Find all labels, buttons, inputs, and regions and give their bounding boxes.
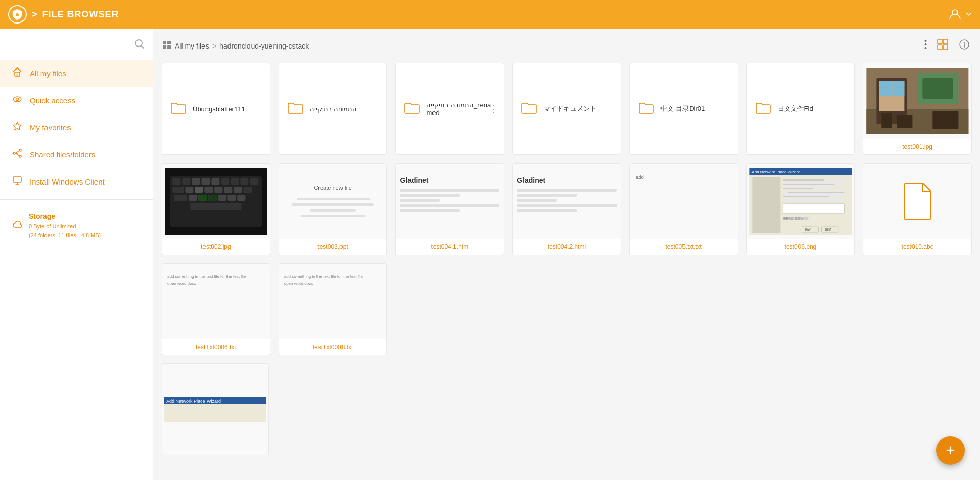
more-options-button[interactable] [922,37,929,54]
breadcrumb-root[interactable]: All my files [175,42,209,50]
svg-text:取消: 取消 [825,228,831,231]
svg-rect-47 [195,187,203,193]
svg-rect-49 [214,187,222,193]
svg-rect-86 [164,404,266,422]
grid-view-button[interactable] [935,37,950,55]
folder-name: התמונה בתיקייה_renamed [426,101,495,117]
svg-rect-61 [198,195,207,201]
toolbar-actions [922,37,972,55]
file-thumbnail [863,63,971,139]
svg-rect-39 [201,178,210,185]
file-thumbnail: Add Network Place Wizard [747,164,855,239]
sidebar-item-install-client[interactable]: Install Windows Client [0,168,153,195]
svg-point-7 [19,149,21,151]
storage-detail: 0 Byte of Unlimited(24 folders, 11 files… [29,222,101,239]
svg-rect-18 [938,39,942,44]
svg-rect-43 [240,178,248,185]
folder-icon [404,100,420,118]
folder-card-mydoc[interactable]: マイドキュメント [512,63,621,155]
breadcrumb-current: hadroncloud-yuening-cstack [219,42,309,50]
file-thumbnail: add something in the text file for the t… [279,264,387,339]
sidebar-item-all-my-files[interactable]: All my files [0,60,153,87]
svg-point-8 [19,155,21,157]
folder-icon [170,100,187,118]
sidebar-item-my-favorites[interactable]: My favorites [0,114,153,141]
folder-card-chinese-dir[interactable]: 中文-目录Dir01 [629,63,738,155]
file-card-test010[interactable]: test010.abc [863,163,972,255]
svg-point-0 [16,13,19,16]
svg-rect-50 [224,187,232,193]
search-icon[interactable] [134,39,145,52]
sidebar-item-shared-files[interactable]: Shared files/folders [0,141,153,168]
header-user-menu[interactable] [948,8,972,21]
folder-icon [755,100,771,118]
file-name: test003.ppt [279,239,387,255]
breadcrumb-separator: > [212,42,216,50]
file-card-test001[interactable]: test001.jpg [863,63,972,155]
folder-card-hatmuna-renamed[interactable]: התמונה בתיקייה_renamed ⋮ [395,63,504,155]
svg-rect-81 [783,196,829,197]
file-card-test004-2[interactable]: Gladinet test004.2.html [512,163,621,255]
folder-name: マイドキュメント [543,104,597,113]
sidebar: All my files Quick access My favorites [0,29,153,480]
add-fab-button[interactable]: + [936,436,965,465]
svg-rect-33 [933,111,959,129]
app-logo [8,5,27,24]
file-card-test004-1[interactable]: Gladinet test004.1.htm [395,163,504,255]
toolbar: All my files > hadroncloud-yuening-cstac… [162,37,972,55]
folder-card-hatmuna1[interactable]: התמונה בתיקייה [279,63,388,155]
file-card-testtxt0006[interactable]: add something in the text file for the t… [162,263,270,355]
folder-name: 日文文件Fld [778,104,813,113]
svg-rect-54 [189,195,197,201]
sidebar-storage: Storage 0 Byte of Unlimited(24 folders, … [0,204,153,247]
file-name: test004.2.html [513,239,621,255]
svg-point-17 [925,47,927,49]
svg-text:Add Network Place Wizard: Add Network Place Wizard [751,170,800,174]
file-thumbnail [863,164,971,239]
svg-rect-28 [893,81,905,96]
sidebar-item-label: Shared files/folders [30,150,95,159]
svg-rect-40 [211,178,219,185]
file-name: test002.jpg [162,239,270,255]
sidebar-item-label: Install Windows Client [30,177,105,186]
sidebar-item-quick-access[interactable]: Quick access [0,87,153,114]
folder-icon [287,100,304,118]
file-card-test003[interactable]: Create new file test003.ppt [279,163,388,255]
file-card-partial-bottom[interactable]: Add Network Place Wizard [162,363,269,455]
svg-text:服务状态: 已启动: 服务状态: 已启动 [783,217,803,220]
svg-rect-27 [879,81,892,96]
file-card-test002[interactable]: test002.jpg [162,163,270,255]
folder-card-japanese-fld[interactable]: 日文文件Fld [746,63,855,155]
svg-rect-11 [163,41,166,44]
files-grid: Übungsblätter111 התמונה בתיקייה התמונה ב… [162,63,972,355]
svg-rect-48 [204,187,213,193]
header-arrow: > [32,9,37,20]
file-thumbnail: Create new file [279,164,387,239]
svg-rect-41 [221,178,229,185]
svg-point-15 [925,40,927,42]
svg-rect-45 [172,187,184,193]
info-button[interactable] [956,37,972,55]
svg-rect-19 [943,39,948,44]
file-thumbnail: Gladinet [396,164,504,239]
file-card-test006[interactable]: Add Network Place Wizard [746,163,855,255]
file-card-test005[interactable]: add test005.txt.txt [629,163,738,255]
svg-rect-20 [938,45,942,50]
file-thumbnail: Gladinet [513,164,621,239]
breadcrumb-grid-icon [162,40,172,52]
file-thumbnail: add something in the text file for the t… [162,264,270,339]
file-thumbnail: Add Network Place Wizard [162,364,268,455]
folder-context-menu[interactable]: ⋮ [489,103,498,115]
share-icon [12,148,22,161]
sidebar-search-area [0,35,153,60]
svg-rect-14 [167,45,171,49]
layout: All my files Quick access My favorites [0,29,980,480]
svg-point-5 [13,97,21,102]
svg-rect-46 [185,187,193,193]
svg-rect-42 [231,178,239,185]
file-card-testtxt0008[interactable]: add something in the text file for the t… [279,263,388,355]
folder-card-ubungsblatter[interactable]: Übungsblätter111 [162,63,270,155]
svg-rect-72 [783,204,844,213]
svg-rect-71 [783,198,844,202]
svg-rect-52 [243,187,252,193]
